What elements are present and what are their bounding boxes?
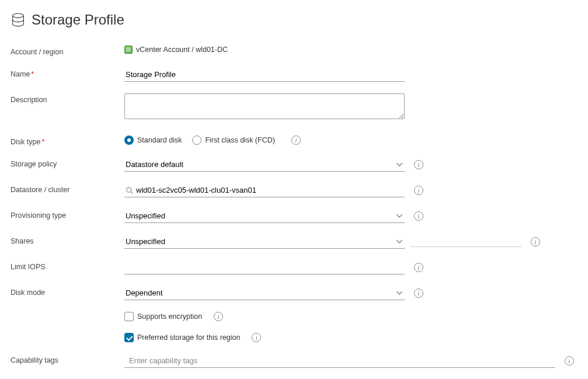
storage-policy-select[interactable]: Datastore default — [124, 158, 405, 172]
limit-iops-input[interactable] — [124, 260, 405, 274]
label-disk-type: Disk type* — [11, 135, 124, 146]
info-icon[interactable]: i — [214, 312, 223, 321]
radio-standard-disk[interactable]: Standard disk — [124, 135, 182, 145]
info-icon[interactable]: i — [414, 288, 423, 298]
disk-mode-select[interactable]: Dependent — [124, 286, 405, 300]
label-account-region: Account / region — [11, 46, 124, 56]
provisioning-type-select[interactable]: Unspecified — [124, 209, 405, 223]
info-icon[interactable]: i — [565, 356, 574, 366]
radio-fcd-input[interactable] — [192, 135, 201, 145]
info-icon[interactable]: i — [414, 160, 423, 169]
label-description: Description — [11, 93, 124, 104]
info-icon[interactable]: i — [414, 263, 423, 272]
info-icon[interactable]: i — [252, 333, 261, 342]
vcenter-icon — [124, 46, 133, 54]
preferred-storage-input[interactable] — [124, 333, 134, 342]
label-disk-mode: Disk mode — [11, 286, 124, 297]
label-shares: Shares — [11, 235, 124, 245]
svg-point-0 — [13, 13, 24, 18]
info-icon[interactable]: i — [291, 135, 301, 145]
description-textarea[interactable] — [124, 93, 405, 119]
preferred-storage-checkbox[interactable]: Preferred storage for this region — [124, 333, 240, 342]
radio-standard-disk-input[interactable] — [124, 135, 134, 145]
shares-extra-input[interactable] — [410, 237, 521, 247]
label-capability-tags: Capability tags — [11, 354, 124, 364]
label-storage-policy: Storage policy — [11, 158, 124, 168]
label-name: Name* — [11, 68, 124, 78]
label-datastore-cluster: Datastore / cluster — [11, 183, 124, 194]
label-limit-iops: Limit IOPS — [11, 260, 124, 271]
label-provisioning-type: Provisioning type — [11, 209, 124, 220]
datastore-cluster-input[interactable] — [124, 183, 405, 197]
account-region-value: vCenter Account / wld01-DC — [124, 46, 228, 54]
radio-first-class-disk[interactable]: First class disk (FCD) — [192, 135, 274, 145]
search-icon — [126, 187, 133, 194]
shares-select[interactable]: Unspecified — [124, 235, 405, 249]
svg-point-1 — [127, 187, 131, 192]
page-header: Storage Profile — [11, 12, 577, 28]
info-icon[interactable]: i — [414, 211, 423, 221]
name-input[interactable] — [124, 68, 405, 82]
storage-icon — [11, 12, 26, 27]
info-icon[interactable]: i — [414, 186, 423, 195]
info-icon[interactable]: i — [531, 237, 540, 246]
supports-encryption-input[interactable] — [124, 312, 134, 321]
disk-type-radio-group: Standard disk First class disk (FCD) i — [124, 135, 301, 145]
capability-tags-input[interactable] — [124, 354, 555, 368]
page-title: Storage Profile — [32, 12, 124, 28]
supports-encryption-checkbox[interactable]: Supports encryption — [124, 312, 202, 321]
svg-line-2 — [131, 192, 133, 193]
